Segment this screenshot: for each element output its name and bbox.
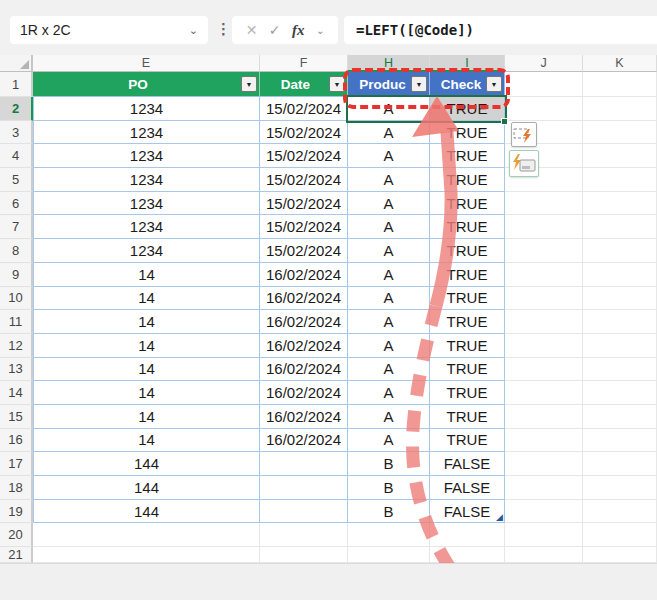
row-header[interactable]: 15	[0, 405, 33, 429]
empty-cell[interactable]	[348, 523, 430, 547]
row-header[interactable]: 16	[0, 429, 33, 453]
check-cell[interactable]: TRUE	[430, 144, 505, 168]
po-cell[interactable]: 144	[33, 500, 260, 524]
check-cell[interactable]: TRUE	[430, 334, 505, 358]
row-header[interactable]: 9	[0, 263, 33, 287]
empty-cell[interactable]	[505, 310, 583, 334]
row-header[interactable]: 7	[0, 215, 33, 239]
po-cell[interactable]: 1234	[33, 192, 260, 216]
empty-cell[interactable]	[505, 215, 583, 239]
date-cell[interactable]: 15/02/2024	[260, 121, 348, 145]
row-header[interactable]: 13	[0, 358, 33, 382]
name-box[interactable]: 1R x 2C ⌄	[10, 16, 208, 44]
product-cell[interactable]: A	[348, 97, 430, 121]
date-cell[interactable]	[260, 452, 348, 476]
po-cell[interactable]: 1234	[33, 239, 260, 263]
date-cell[interactable]: 16/02/2024	[260, 381, 348, 405]
po-cell[interactable]: 144	[33, 476, 260, 500]
row-header[interactable]: 18	[0, 476, 33, 500]
column-header-k[interactable]: K	[583, 55, 657, 72]
po-cell[interactable]: 1234	[33, 215, 260, 239]
product-cell[interactable]: A	[348, 239, 430, 263]
product-cell[interactable]: A	[348, 429, 430, 453]
po-cell[interactable]: 144	[33, 452, 260, 476]
product-cell[interactable]: A	[348, 144, 430, 168]
check-cell[interactable]: TRUE	[430, 192, 505, 216]
empty-cell[interactable]	[583, 334, 657, 358]
date-cell[interactable]	[260, 476, 348, 500]
check-cell[interactable]: TRUE	[430, 381, 505, 405]
empty-cell[interactable]	[583, 144, 657, 168]
row-header[interactable]: 14	[0, 381, 33, 405]
empty-cell[interactable]	[505, 452, 583, 476]
select-all-corner[interactable]	[0, 55, 33, 72]
row-header[interactable]: 6	[0, 192, 33, 216]
flash-fill-options-button[interactable]	[511, 122, 537, 147]
check-cell[interactable]: FALSE	[430, 476, 505, 500]
row-header[interactable]: 19	[0, 500, 33, 524]
row-header[interactable]: 21	[0, 547, 33, 563]
empty-cell[interactable]	[430, 523, 505, 547]
empty-cell[interactable]	[583, 476, 657, 500]
fx-chevron-icon[interactable]: ⌄	[316, 25, 324, 36]
check-cell[interactable]: TRUE	[430, 168, 505, 192]
po-cell[interactable]: 14	[33, 287, 260, 311]
confirm-icon[interactable]: ✓	[269, 22, 281, 38]
product-header-cell[interactable]: Produc ▼	[348, 72, 430, 97]
row-header[interactable]: 10	[0, 287, 33, 311]
po-cell[interactable]: 14	[33, 263, 260, 287]
fill-handle[interactable]	[501, 118, 508, 125]
empty-cell[interactable]	[33, 547, 260, 563]
date-cell[interactable]: 16/02/2024	[260, 429, 348, 453]
empty-cell[interactable]	[430, 547, 505, 563]
empty-cell[interactable]	[505, 405, 583, 429]
po-cell[interactable]: 14	[33, 310, 260, 334]
product-cell[interactable]: A	[348, 381, 430, 405]
filter-dropdown-button[interactable]: ▼	[329, 76, 345, 92]
product-cell[interactable]: B	[348, 500, 430, 524]
empty-cell[interactable]	[260, 547, 348, 563]
date-cell[interactable]: 16/02/2024	[260, 334, 348, 358]
column-header-j[interactable]: J	[505, 55, 583, 72]
po-cell[interactable]: 14	[33, 429, 260, 453]
date-cell[interactable]: 16/02/2024	[260, 310, 348, 334]
po-cell[interactable]: 14	[33, 358, 260, 382]
check-cell[interactable]: TRUE	[430, 97, 505, 121]
date-cell[interactable]: 15/02/2024	[260, 168, 348, 192]
cancel-icon[interactable]: ✕	[246, 22, 258, 38]
empty-cell[interactable]	[505, 97, 583, 121]
product-cell[interactable]: A	[348, 358, 430, 382]
row-header-1[interactable]: 1	[0, 72, 33, 97]
filter-dropdown-button[interactable]: ▼	[411, 76, 427, 92]
row-header[interactable]: 2	[0, 97, 33, 121]
empty-cell[interactable]	[583, 215, 657, 239]
date-cell[interactable]: 16/02/2024	[260, 358, 348, 382]
po-cell[interactable]: 1234	[33, 144, 260, 168]
date-cell[interactable]	[260, 500, 348, 524]
empty-cell[interactable]	[505, 334, 583, 358]
formula-bar-input[interactable]: =LEFT([@Code])	[344, 16, 657, 44]
empty-cell[interactable]	[583, 287, 657, 311]
empty-cell[interactable]	[505, 287, 583, 311]
row-header[interactable]: 5	[0, 168, 33, 192]
table-resize-handle-icon[interactable]: ◢	[496, 512, 503, 522]
po-cell[interactable]: 1234	[33, 121, 260, 145]
empty-cell[interactable]	[505, 239, 583, 263]
empty-cell[interactable]	[583, 72, 657, 97]
po-header-cell[interactable]: PO ▼	[33, 72, 260, 97]
empty-cell[interactable]	[583, 121, 657, 145]
insert-function-icon[interactable]: fx	[292, 22, 305, 39]
po-cell[interactable]: 1234	[33, 168, 260, 192]
check-cell[interactable]: FALSE	[430, 500, 505, 524]
date-header-cell[interactable]: Date ▼	[260, 72, 348, 97]
column-header-f[interactable]: F	[260, 55, 348, 72]
date-cell[interactable]: 16/02/2024	[260, 263, 348, 287]
empty-cell[interactable]	[583, 239, 657, 263]
quick-analysis-button[interactable]	[509, 150, 539, 177]
date-cell[interactable]: 16/02/2024	[260, 405, 348, 429]
row-header[interactable]: 3	[0, 121, 33, 145]
check-cell[interactable]: TRUE	[430, 239, 505, 263]
check-cell[interactable]: TRUE	[430, 358, 505, 382]
row-header[interactable]: 11	[0, 310, 33, 334]
empty-cell[interactable]	[505, 192, 583, 216]
